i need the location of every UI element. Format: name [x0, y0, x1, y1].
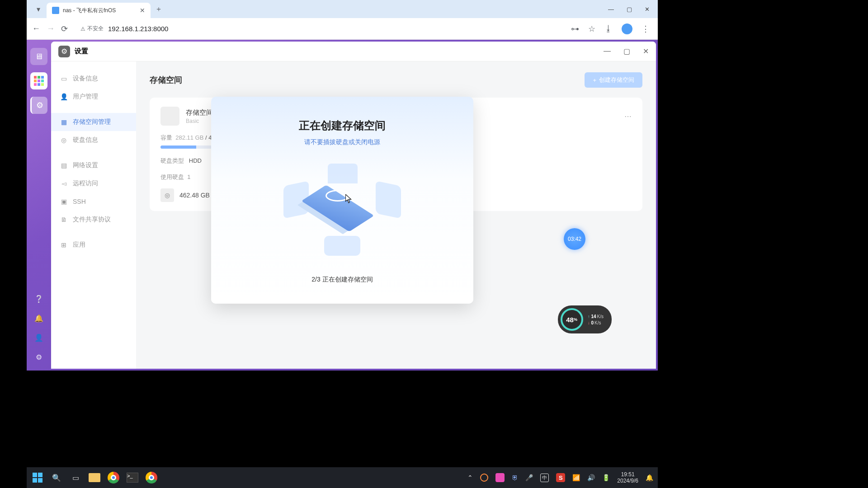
- disk-type-label: 硬盘类型: [160, 157, 184, 164]
- clock-date: 2024/9/6: [617, 478, 638, 484]
- browser-tab[interactable]: nas - 飞牛私有云fnOS ✕: [47, 3, 151, 18]
- new-tab-button[interactable]: ＋: [155, 5, 162, 14]
- file-explorer-icon[interactable]: [88, 471, 101, 484]
- ssh-icon: ▣: [60, 198, 67, 205]
- timer-badge[interactable]: 03:42: [564, 228, 585, 250]
- chrome-taskbar-icon-2[interactable]: [145, 471, 158, 484]
- sidebar-label: 设备信息: [73, 75, 98, 83]
- inner-close-icon[interactable]: ✕: [643, 47, 649, 56]
- tray-mic-icon[interactable]: 🎤: [525, 474, 533, 481]
- rail-apps-icon[interactable]: [30, 72, 47, 89]
- sidebar-label: SSH: [73, 198, 86, 205]
- modal-progress-text: 2/3 正在创建存储空间: [225, 276, 460, 284]
- capacity-used: 282.11 GB: [175, 134, 203, 141]
- sidebar-item-storage-mgmt[interactable]: ▦存储空间管理: [51, 113, 136, 131]
- modal-title: 正在创建存储空间: [225, 118, 460, 133]
- profile-avatar-icon[interactable]: [622, 23, 632, 34]
- downloads-icon[interactable]: ⭳: [604, 24, 613, 33]
- disk-type-value: HDD: [189, 157, 202, 164]
- rail-settings-icon[interactable]: ⚙: [30, 97, 47, 114]
- ime-indicator[interactable]: 中: [540, 474, 549, 482]
- sidebar-item-file-share[interactable]: 🗎文件共享协议: [51, 211, 136, 229]
- tab-close-icon[interactable]: ✕: [140, 7, 145, 14]
- sidebar-item-ssh[interactable]: ▣SSH: [51, 192, 136, 211]
- rail-notification-icon[interactable]: 🔔: [34, 314, 43, 323]
- network-icon: ▤: [60, 162, 67, 169]
- sidebar-item-network[interactable]: ▤网络设置: [51, 156, 136, 174]
- tray-app-icon-2[interactable]: [495, 473, 505, 482]
- taskbar-clock[interactable]: 19:51 2024/9/6: [617, 471, 638, 484]
- security-label: 不安全: [87, 25, 104, 33]
- creating-storage-modal: 正在创建存储空间 请不要插拔硬盘或关闭电源 2/3 正在创建存储空间: [211, 97, 473, 304]
- net-download: 0K/s: [588, 320, 604, 325]
- modal-illustration: [279, 159, 406, 263]
- settings-header-title: 设置: [75, 47, 88, 56]
- rail-user-icon[interactable]: 👤: [34, 333, 43, 342]
- sidebar-label: 硬盘信息: [73, 136, 98, 144]
- user-icon: 👤: [60, 93, 67, 100]
- capacity-bar: [160, 145, 219, 149]
- clock-time: 19:51: [617, 471, 638, 478]
- start-button[interactable]: [31, 471, 44, 484]
- address-bar: ← → ⟳ ⚠ 不安全 192.168.1.213:8000 ⊶ ☆ ⭳ ⋮: [27, 18, 658, 40]
- bookmark-star-icon[interactable]: ☆: [588, 24, 595, 34]
- performance-widget[interactable]: 48% 14K/s 0K/s: [558, 305, 612, 333]
- window-maximize-icon[interactable]: ▢: [627, 6, 632, 13]
- volume-icon[interactable]: 🔊: [587, 474, 595, 481]
- capacity-sep: /: [203, 134, 208, 141]
- rail-gear-icon[interactable]: ⚙: [36, 353, 42, 361]
- remote-icon: ◅: [60, 180, 67, 187]
- wifi-icon[interactable]: 📶: [572, 474, 580, 481]
- browser-menu-icon[interactable]: ⋮: [642, 24, 650, 34]
- nav-reload-icon[interactable]: ⟳: [61, 24, 68, 34]
- storage-menu-icon[interactable]: ⋯: [624, 112, 632, 121]
- security-badge[interactable]: ⚠ 不安全: [80, 25, 104, 33]
- inner-minimize-icon[interactable]: —: [604, 47, 611, 56]
- hdd-icon: ◎: [160, 188, 174, 202]
- tab-dropdown-icon[interactable]: ▾: [33, 4, 44, 14]
- sidebar-label: 存储空间管理: [73, 118, 111, 126]
- inner-maximize-icon[interactable]: ▢: [623, 47, 630, 56]
- password-key-icon[interactable]: ⊶: [571, 24, 579, 34]
- sidebar-item-apps[interactable]: ⊞应用: [51, 236, 136, 254]
- tray-shield-icon[interactable]: ⛨: [512, 474, 518, 481]
- rail-help-icon[interactable]: ❔: [34, 295, 43, 303]
- page-title: 存储空间: [150, 75, 182, 85]
- modal-subtitle: 请不要插拔硬盘或关闭电源: [225, 138, 460, 146]
- sidebar-item-user-mgmt[interactable]: 👤用户管理: [51, 88, 136, 106]
- notifications-icon[interactable]: 🔔: [646, 474, 653, 481]
- url-text: 192.168.1.213:8000: [108, 25, 168, 33]
- windows-taskbar: 🔍 ▭ >_ ⌃ ⛨ 🎤 中 S 📶 🔊 🔋 19:51 2024/9/6 🔔: [27, 467, 658, 488]
- browser-tab-strip: ▾ nas - 飞牛私有云fnOS ✕ ＋ — ▢ ✕: [27, 0, 658, 18]
- sidebar-label: 文件共享协议: [73, 216, 111, 224]
- nav-back-icon[interactable]: ←: [32, 24, 40, 33]
- warning-icon: ⚠: [80, 26, 85, 32]
- used-disk-label: 使用硬盘: [160, 174, 184, 180]
- tray-app-icon-1[interactable]: [480, 474, 488, 482]
- url-input[interactable]: ⚠ 不安全 192.168.1.213:8000: [74, 21, 565, 37]
- task-view-icon[interactable]: ▭: [69, 471, 82, 484]
- file-share-icon: 🗎: [60, 216, 67, 223]
- sidebar-item-disk-info[interactable]: ◎硬盘信息: [51, 131, 136, 149]
- sidebar-item-remote[interactable]: ◅远程访问: [51, 174, 136, 192]
- storage-card-icon: [160, 107, 179, 126]
- app-rail: 🖥 ⚙ ❔ 🔔 👤 ⚙: [27, 40, 51, 371]
- create-storage-button[interactable]: + 创建存储空间: [585, 72, 642, 88]
- net-upload: 14K/s: [588, 314, 604, 319]
- tray-sogou-icon[interactable]: S: [556, 473, 565, 482]
- disk-icon: ◎: [60, 136, 67, 144]
- chrome-taskbar-icon[interactable]: [107, 471, 120, 484]
- cpu-ring: 48%: [561, 308, 583, 331]
- sidebar-item-device-info[interactable]: ▭设备信息: [51, 70, 136, 88]
- battery-icon[interactable]: 🔋: [602, 474, 610, 481]
- tray-chevron-icon[interactable]: ⌃: [467, 474, 473, 481]
- window-close-icon[interactable]: ✕: [645, 6, 650, 13]
- settings-header-icon: ⚙: [58, 46, 70, 57]
- nav-forward-icon[interactable]: →: [47, 24, 55, 33]
- settings-header: ⚙ 设置 — ▢ ✕: [51, 42, 656, 61]
- used-disk-count: 1: [187, 174, 190, 180]
- rail-desktop-icon[interactable]: 🖥: [30, 48, 47, 65]
- window-minimize-icon[interactable]: —: [608, 6, 614, 13]
- taskbar-search-icon[interactable]: 🔍: [50, 471, 63, 484]
- terminal-taskbar-icon[interactable]: >_: [126, 471, 139, 484]
